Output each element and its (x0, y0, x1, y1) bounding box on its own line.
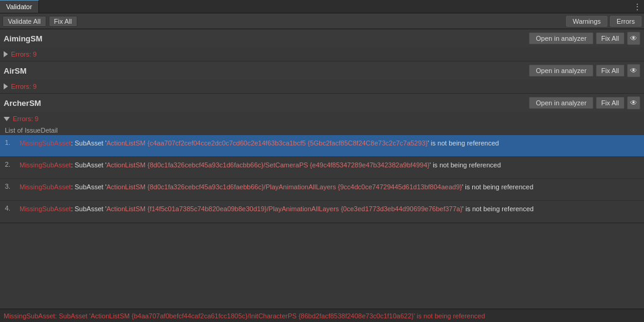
aiming-asset-name: AimingSM (4, 34, 529, 43)
toolbar: Validate All Fix All Warnings Errors (0, 13, 644, 29)
aiming-eye-button[interactable]: 👁 (627, 32, 640, 45)
main-content[interactable]: AimingSM Open in analyzer Fix All 👁 Erro… (0, 29, 644, 309)
aiming-actions: Open in analyzer Fix All 👁 (529, 32, 640, 45)
archer-fix-all-button[interactable]: Fix All (596, 97, 625, 109)
archer-open-analyzer-button[interactable]: Open in analyzer (529, 97, 593, 109)
air-error-count: Errors: 9 (11, 83, 37, 90)
archer-actions: Open in analyzer Fix All 👁 (529, 96, 640, 110)
issue-keyword-3: MissingSubAsset (19, 183, 71, 191)
issue-ref-3: ActionListSM {8d0c1fa326cebcf45a93c1d6fa… (107, 183, 462, 191)
issue-text-4: MissingSubAsset: SubAsset 'ActionListSM … (19, 205, 639, 214)
issue-number-4: 4. (5, 205, 17, 212)
asset-section-air: AirSM Open in analyzer Fix All 👁 Errors:… (0, 61, 644, 94)
issue-row-4[interactable]: 4. MissingSubAsset: SubAsset 'ActionList… (0, 201, 644, 223)
warnings-filter-button[interactable]: Warnings (566, 16, 607, 27)
air-asset-name: AirSM (4, 66, 529, 75)
issue-number-3: 3. (5, 183, 17, 190)
validator-tab-label: Validator (6, 3, 32, 10)
issue-ref-4: ActionListSM {f14f5c01a7385c74b820ea09b8… (107, 205, 462, 212)
aiming-expand-icon (4, 51, 8, 57)
issue-ref-2: ActionListSM {8d0c1fa326cebcf45a93c1d6fa… (107, 161, 430, 169)
status-bar: MissingSubAsset: SubAsset 'ActionListSM … (0, 309, 644, 322)
air-error-count-row[interactable]: Errors: 9 (0, 80, 644, 93)
tab-menu-icon[interactable]: ⋮ (633, 2, 642, 12)
aiming-open-analyzer-button[interactable]: Open in analyzer (529, 32, 593, 44)
issue-keyword-1: MissingSubAsset (19, 139, 71, 147)
status-text: MissingSubAsset: SubAsset 'ActionListSM … (4, 312, 640, 320)
issue-keyword-4: MissingSubAsset (19, 205, 71, 212)
issue-text-3: MissingSubAsset: SubAsset 'ActionListSM … (19, 183, 639, 192)
validate-all-button[interactable]: Validate All (2, 16, 46, 27)
archer-header: ArcherSM Open in analyzer Fix All 👁 (0, 94, 644, 112)
aiming-fix-all-button[interactable]: Fix All (596, 32, 625, 44)
air-fix-all-button[interactable]: Fix All (596, 65, 625, 77)
archer-error-count: Errors: 9 (13, 115, 38, 122)
issue-text-1: MissingSubAsset: SubAsset 'ActionListSM … (19, 139, 639, 148)
tab-bar: Validator ⋮ (0, 0, 644, 13)
archer-error-count-row[interactable]: Errors: 9 (0, 112, 644, 125)
air-actions: Open in analyzer Fix All 👁 (529, 64, 640, 77)
aiming-header: AimingSM Open in analyzer Fix All 👁 (0, 29, 644, 47)
issue-row-1[interactable]: 1. MissingSubAsset: SubAsset 'ActionList… (0, 135, 644, 157)
issue-row-2[interactable]: 2. MissingSubAsset: SubAsset 'ActionList… (0, 157, 644, 179)
archer-collapse-icon (4, 117, 10, 121)
issue-text-2: MissingSubAsset: SubAsset 'ActionListSM … (19, 161, 639, 170)
air-header: AirSM Open in analyzer Fix All 👁 (0, 61, 644, 80)
air-open-analyzer-button[interactable]: Open in analyzer (529, 65, 593, 77)
aiming-error-count-row[interactable]: Errors: 9 (0, 47, 644, 61)
issue-row-3[interactable]: 3. MissingSubAsset: SubAsset 'ActionList… (0, 179, 644, 201)
archer-asset-name: ArcherSM (4, 99, 529, 108)
aiming-error-count: Errors: 9 (11, 51, 37, 58)
fix-all-toolbar-button[interactable]: Fix All (49, 16, 77, 27)
issue-number-2: 2. (5, 161, 17, 168)
validator-window: Validator ⋮ Validate All Fix All Warning… (0, 0, 644, 322)
errors-filter-button[interactable]: Errors (610, 16, 642, 27)
issue-number-1: 1. (5, 139, 17, 146)
asset-section-aiming: AimingSM Open in analyzer Fix All 👁 Erro… (0, 29, 644, 61)
air-expand-icon (4, 83, 8, 89)
archer-eye-button[interactable]: 👁 (627, 96, 640, 110)
issues-list-label: List of IssueDetail (0, 125, 644, 135)
asset-section-archer: ArcherSM Open in analyzer Fix All 👁 Erro… (0, 94, 644, 223)
validator-tab[interactable]: Validator (0, 0, 39, 13)
air-eye-button[interactable]: 👁 (627, 64, 640, 77)
issue-ref-1: ActionListSM {c4aa707cf2cef04cce2dc0c7cd… (107, 139, 428, 147)
issue-keyword-2: MissingSubAsset (19, 161, 71, 169)
